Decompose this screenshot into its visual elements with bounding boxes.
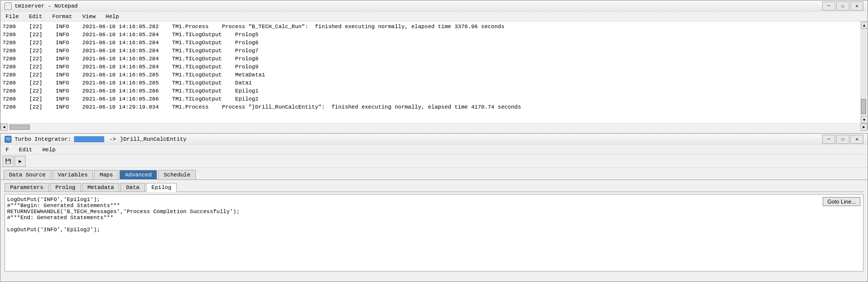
- scroll-thumb[interactable]: [10, 125, 30, 130]
- code-editor[interactable]: LogOutPut('INFO','Epilog1'); #***Begin: …: [5, 194, 863, 271]
- ti-minimize-button[interactable]: —: [822, 135, 835, 144]
- ti-inner-content: ParametersPrologMetadataDataEpilog LogOu…: [1, 180, 867, 281]
- ti-toolbar: 💾 ▶: [1, 155, 867, 168]
- ti-title-prefix: Turbo Integrator:: [15, 136, 71, 142]
- goto-line-button[interactable]: Goto Line...: [823, 197, 860, 206]
- outer-tabs-bar: Data SourceVariablesMapsAdvancedSchedule: [1, 168, 867, 180]
- log-line: 7280 [22] INFO 2021-06-10 14:16:05.284 T…: [3, 55, 865, 63]
- minimize-button[interactable]: —: [822, 2, 835, 11]
- inner-tab-data[interactable]: Data: [120, 183, 144, 192]
- menu-help[interactable]: Help: [103, 13, 122, 20]
- scroll-down-arrow[interactable]: ▼: [861, 116, 868, 123]
- menu-view[interactable]: View: [79, 13, 98, 20]
- maximize-button[interactable]: ☐: [836, 2, 849, 11]
- outer-tab-schedule[interactable]: Schedule: [158, 170, 196, 179]
- menu-file[interactable]: File: [3, 13, 22, 20]
- save-icon: 💾: [5, 158, 11, 164]
- outer-tab-maps[interactable]: Maps: [94, 170, 118, 179]
- notepad-titlebar-left: 📄 tm1server - Notepad: [5, 3, 78, 10]
- notepad-window: 📄 tm1server - Notepad — ☐ ✕ File Edit Fo…: [0, 0, 868, 130]
- horizontal-scrollbar[interactable]: ◀ ▶: [1, 123, 867, 130]
- notepad-titlebar: 📄 tm1server - Notepad — ☐ ✕: [1, 1, 867, 12]
- log-line: 7280 [22] INFO 2021-06-10 14:16:05.284 T…: [3, 31, 865, 39]
- inner-tab-epilog[interactable]: Epilog: [146, 183, 177, 192]
- menu-format[interactable]: Format: [49, 13, 76, 20]
- inner-tabs-bar: ParametersPrologMetadataDataEpilog: [5, 183, 863, 192]
- ti-menu-help[interactable]: Help: [39, 146, 58, 153]
- log-line: 7280 [22] INFO 2021-06-10 14:16:05.284 T…: [3, 39, 865, 47]
- log-line: 7280 [22] INFO 2021-06-10 14:16:05.284 T…: [3, 63, 865, 71]
- ti-redacted: [74, 136, 104, 142]
- log-line: 7280 [22] INFO 2021-06-10 14:16:05.285 T…: [3, 71, 865, 79]
- notepad-controls: — ☐ ✕: [822, 2, 863, 11]
- inner-tab-metadata[interactable]: Metadata: [82, 183, 120, 192]
- notepad-icon: 📄: [5, 3, 12, 10]
- code-area-wrapper: LogOutPut('INFO','Epilog1'); #***Begin: …: [5, 194, 863, 271]
- log-line: 7280 [22] INFO 2021-06-10 14:16:05.286 T…: [3, 87, 865, 95]
- ti-menu-edit[interactable]: Edit: [16, 146, 35, 153]
- vertical-scrollbar[interactable]: ▲ ▼: [860, 22, 867, 123]
- ti-maximize-button[interactable]: ☐: [836, 135, 849, 144]
- save-button[interactable]: 💾: [3, 156, 14, 167]
- vscroll-thumb[interactable]: [861, 99, 866, 114]
- log-content-area: 7280 [22] INFO 2021-06-10 14:16:05.282 T…: [1, 22, 867, 123]
- ti-titlebar-left: TI Turbo Integrator: -> }Drill_RunCalcEn…: [5, 136, 186, 143]
- scroll-up-arrow[interactable]: ▲: [861, 22, 868, 29]
- notepad-title: tm1server - Notepad: [15, 3, 78, 9]
- log-line: 7280 [22] INFO 2021-06-10 14:16:05.285 T…: [3, 79, 865, 87]
- ti-controls: — ☐ ✕: [822, 135, 863, 144]
- ti-close-button[interactable]: ✕: [850, 135, 863, 144]
- ti-menubar: F Edit Help: [1, 145, 867, 155]
- ti-menu-file[interactable]: F: [3, 146, 12, 153]
- scroll-left-arrow[interactable]: ◀: [1, 124, 8, 131]
- outer-tab-data-source[interactable]: Data Source: [4, 170, 51, 179]
- outer-tab-advanced[interactable]: Advanced: [119, 170, 157, 180]
- ti-titlebar: TI Turbo Integrator: -> }Drill_RunCalcEn…: [1, 134, 867, 145]
- close-button[interactable]: ✕: [850, 2, 863, 11]
- ti-title-process: ->: [109, 136, 116, 142]
- log-line: 7280 [22] INFO 2021-06-10 14:16:05.284 T…: [3, 47, 865, 55]
- ti-icon: TI: [5, 136, 12, 143]
- log-line: 7280 [22] INFO 2021-06-10 14:29:19.034 T…: [3, 103, 865, 111]
- turbo-integrator-window: TI Turbo Integrator: -> }Drill_RunCalcEn…: [0, 133, 868, 282]
- run-icon: ▶: [19, 158, 22, 164]
- notepad-menubar: File Edit Format View Help: [1, 12, 867, 22]
- run-button[interactable]: ▶: [15, 156, 26, 167]
- ti-process-name: }Drill_RunCalcEntity: [120, 136, 186, 142]
- log-line: 7280 [22] INFO 2021-06-10 14:16:05.286 T…: [3, 95, 865, 103]
- inner-tab-parameters[interactable]: Parameters: [5, 183, 49, 192]
- outer-tab-variables[interactable]: Variables: [52, 170, 93, 179]
- menu-edit[interactable]: Edit: [26, 13, 45, 20]
- inner-tab-prolog[interactable]: Prolog: [50, 183, 81, 192]
- scroll-right-arrow[interactable]: ▶: [860, 124, 867, 131]
- log-line: 7280 [22] INFO 2021-06-10 14:16:05.282 T…: [3, 23, 865, 31]
